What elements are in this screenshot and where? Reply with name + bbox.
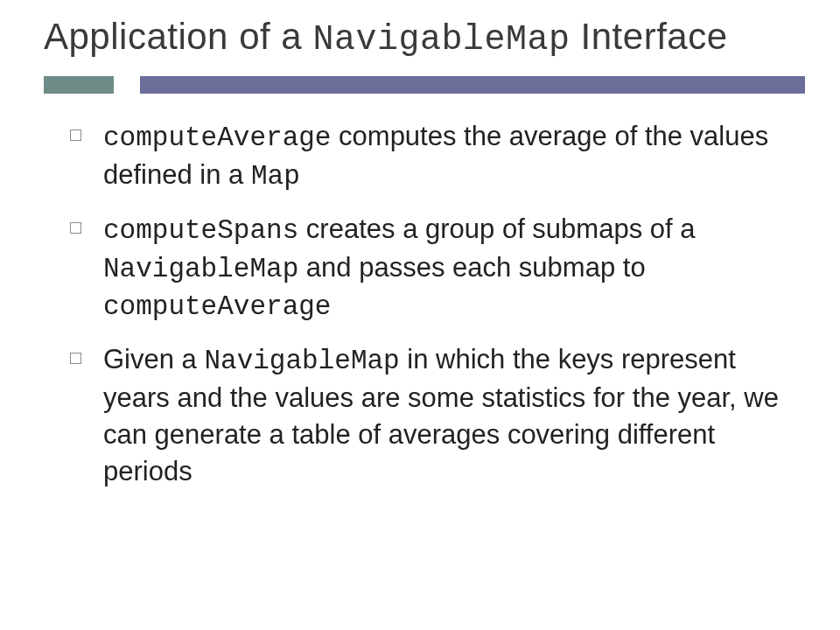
code-term: Map bbox=[251, 161, 300, 192]
title-code: NavigableMap bbox=[312, 20, 570, 60]
body-text: and passes each submap to bbox=[298, 252, 645, 283]
code-term: computeSpans bbox=[103, 215, 298, 246]
bullet-list: computeAverage computes the average of t… bbox=[44, 118, 805, 490]
list-item: computeSpans creates a group of submaps … bbox=[70, 211, 796, 326]
code-term: computeAverage bbox=[103, 291, 331, 322]
list-item: Given a NavigableMap in which the keys r… bbox=[70, 341, 796, 489]
code-term: NavigableMap bbox=[103, 254, 298, 284]
divider-accent-b bbox=[140, 76, 805, 94]
divider-gap bbox=[114, 76, 140, 94]
code-term: computeAverage bbox=[103, 122, 331, 153]
title-text-post: Interface bbox=[570, 16, 727, 57]
divider bbox=[44, 76, 805, 94]
divider-accent-a bbox=[44, 76, 114, 94]
slide-title: Application of a NavigableMap Interface bbox=[44, 16, 805, 60]
body-text: creates a group of submaps of a bbox=[298, 214, 695, 244]
title-text-pre: Application of a bbox=[44, 16, 312, 57]
body-text: Given a bbox=[103, 344, 204, 374]
code-term: NavigableMap bbox=[204, 346, 399, 376]
list-item: computeAverage computes the average of t… bbox=[70, 118, 796, 195]
slide: Application of a NavigableMap Interface … bbox=[0, 0, 840, 630]
